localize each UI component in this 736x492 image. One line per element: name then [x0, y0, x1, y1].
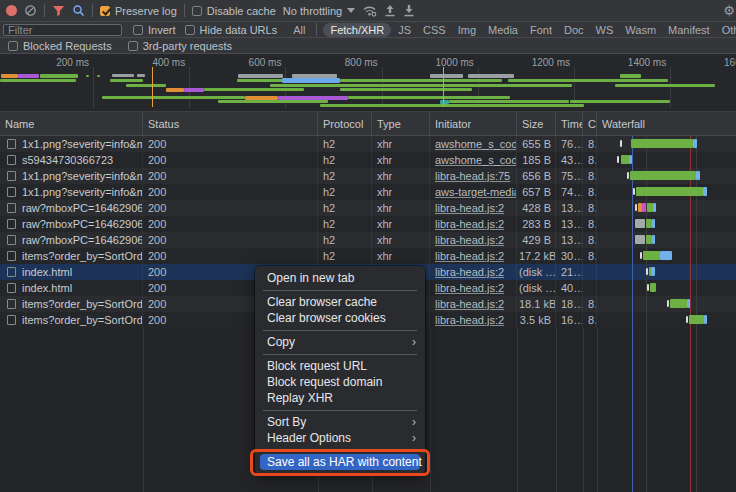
- filter-icon[interactable]: [52, 5, 65, 17]
- initiator-link[interactable]: libra-head.js:2: [435, 218, 504, 230]
- initiator-link[interactable]: libra-head.js:2: [435, 234, 504, 246]
- overview-request-bar: [270, 84, 492, 87]
- checkbox-checked-icon[interactable]: [100, 6, 110, 16]
- initiator-link[interactable]: libra-head.js:2: [435, 314, 504, 326]
- filter-chip-js[interactable]: JS: [393, 23, 416, 37]
- network-overview-timeline[interactable]: 200 ms400 ms600 ms800 ms1000 ms1200 ms14…: [0, 54, 736, 112]
- filter-chip-doc[interactable]: Doc: [559, 23, 589, 37]
- initiator-link[interactable]: libra-head.js:75: [435, 170, 510, 182]
- column-header-protocol[interactable]: Protocol: [318, 112, 372, 135]
- initiator-link[interactable]: libra-head.js:2: [435, 250, 504, 262]
- table-row[interactable]: 1x1.png?severity=info&mes…200h2xhrawshom…: [0, 136, 736, 152]
- preserve-log-checkbox[interactable]: Preserve log: [100, 5, 177, 17]
- menu-item-block-request-url[interactable]: Block request URL: [255, 358, 425, 374]
- menu-item-open-in-new-tab[interactable]: Open in new tab: [255, 270, 425, 286]
- menu-item-sort-by[interactable]: Sort By›: [255, 414, 425, 430]
- filter-chip-wasm[interactable]: Wasm: [620, 23, 661, 37]
- waterfall-bar: [652, 235, 655, 244]
- checkbox-icon[interactable]: [8, 41, 18, 51]
- column-header-time[interactable]: Time: [556, 112, 583, 135]
- export-har-icon[interactable]: [403, 4, 415, 17]
- request-name: items?order_by=SortOrder…: [22, 296, 142, 312]
- column-header-c[interactable]: C: [583, 112, 597, 135]
- request-name: items?order_by=SortOrder…: [22, 248, 142, 264]
- cell-name: index.html: [0, 280, 143, 296]
- menu-item-copy[interactable]: Copy›: [255, 334, 425, 350]
- initiator-link[interactable]: libra-head.js:2: [435, 266, 504, 278]
- record-icon[interactable]: [6, 5, 17, 16]
- blocked-requests-checkbox[interactable]: Blocked Requests: [8, 40, 112, 52]
- waterfall-bar: [640, 252, 642, 259]
- table-row[interactable]: 1x1.png?severity=info&mes…200h2xhraws-ta…: [0, 184, 736, 200]
- initiator-link[interactable]: awshome_s_code…: [435, 154, 517, 166]
- invert-checkbox[interactable]: Invert: [133, 24, 176, 36]
- menu-item-block-request-domain[interactable]: Block request domain: [255, 374, 425, 390]
- cell-status: 200: [143, 232, 318, 248]
- filter-input[interactable]: [3, 24, 122, 36]
- checkbox-icon[interactable]: [128, 41, 138, 51]
- initiator-link[interactable]: libra-head.js:2: [435, 202, 504, 214]
- search-icon[interactable]: [72, 4, 85, 17]
- column-header-initiator[interactable]: Initiator: [430, 112, 517, 135]
- cell-conn: 8…: [583, 232, 597, 248]
- checkbox-icon[interactable]: [133, 25, 143, 35]
- clear-icon[interactable]: [24, 4, 37, 17]
- settings-gear-icon[interactable]: ⚙: [723, 3, 735, 18]
- initiator-link[interactable]: libra-head.js:2: [435, 298, 504, 310]
- overview-tick-label: 1400 ms: [628, 57, 666, 68]
- table-row[interactable]: 1x1.png?severity=info&mes…200h2xhrlibra-…: [0, 168, 736, 184]
- cell-name: s59434730366723: [0, 152, 143, 168]
- disable-cache-checkbox[interactable]: Disable cache: [192, 5, 276, 17]
- column-separator-line: [517, 328, 518, 492]
- table-row[interactable]: items?order_by=SortOrder…200h2xhrlibra-h…: [0, 248, 736, 264]
- cell-time: 18…: [556, 296, 583, 312]
- column-header-waterfall[interactable]: Waterfall: [597, 112, 736, 135]
- column-header-status[interactable]: Status: [143, 112, 318, 135]
- table-row[interactable]: raw?mboxPC=1646290677…200h2xhrlibra-head…: [0, 200, 736, 216]
- filter-chip-all[interactable]: All: [288, 23, 310, 37]
- column-header-type[interactable]: Type: [372, 112, 430, 135]
- column-header-name[interactable]: Name: [0, 112, 143, 135]
- filter-chip-media[interactable]: Media: [483, 23, 523, 37]
- waterfall-bar: [703, 187, 707, 196]
- cell-type: xhr: [372, 184, 430, 200]
- hide-data-urls-checkbox[interactable]: Hide data URLs: [185, 24, 278, 36]
- requests-table-header[interactable]: NameStatusProtocolTypeInitiatorSizeTimeC…: [0, 112, 736, 136]
- initiator-link[interactable]: awshome_s_code…: [435, 138, 517, 150]
- cell-time: 13…: [556, 216, 583, 232]
- waterfall-bar: [630, 171, 696, 180]
- menu-separator: [263, 330, 417, 331]
- menu-item-clear-browser-cookies[interactable]: Clear browser cookies: [255, 310, 425, 326]
- overview-request-bar: [204, 88, 304, 91]
- menu-item-clear-browser-cache[interactable]: Clear browser cache: [255, 294, 425, 310]
- table-row[interactable]: raw?mboxPC=1646290677…200h2xhrlibra-head…: [0, 216, 736, 232]
- filter-chip-manifest[interactable]: Manifest: [663, 23, 715, 37]
- chevron-down-icon: [347, 8, 355, 13]
- filter-chip-ws[interactable]: WS: [591, 23, 619, 37]
- filter-chip-css[interactable]: CSS: [418, 23, 451, 37]
- filter-chip-img[interactable]: Img: [453, 23, 481, 37]
- file-icon: [7, 235, 16, 245]
- filter-chip-font[interactable]: Font: [525, 23, 557, 37]
- menu-item-label: Header Options: [267, 431, 351, 445]
- waterfall-bar: [652, 219, 655, 228]
- overview-gridline: [93, 67, 94, 108]
- menu-item-save-all-as-har-with-content[interactable]: Save all as HAR with content: [260, 454, 420, 470]
- menu-item-header-options[interactable]: Header Options›: [255, 430, 425, 446]
- import-har-icon[interactable]: [384, 4, 396, 17]
- filter-chip-fetch-xhr[interactable]: Fetch/XHR: [323, 23, 391, 37]
- filter-chip-other[interactable]: Other: [717, 23, 736, 37]
- checkbox-icon[interactable]: [192, 6, 202, 16]
- checkbox-icon[interactable]: [185, 25, 195, 35]
- column-header-size[interactable]: Size: [517, 112, 556, 135]
- table-row[interactable]: raw?mboxPC=1646290677…200h2xhrlibra-head…: [0, 232, 736, 248]
- menu-item-replay-xhr[interactable]: Replay XHR: [255, 390, 425, 406]
- table-row[interactable]: s59434730366723200h2xhrawshome_s_code…18…: [0, 152, 736, 168]
- third-party-requests-checkbox[interactable]: 3rd-party requests: [128, 40, 232, 52]
- initiator-link[interactable]: libra-head.js:2: [435, 282, 504, 294]
- network-conditions-icon[interactable]: [362, 4, 377, 17]
- throttling-select[interactable]: No throttling: [283, 5, 355, 17]
- initiator-link[interactable]: aws-target-mediat…: [435, 186, 517, 198]
- waterfall-bar: [689, 315, 704, 324]
- cell-initiator: awshome_s_code…: [430, 152, 517, 168]
